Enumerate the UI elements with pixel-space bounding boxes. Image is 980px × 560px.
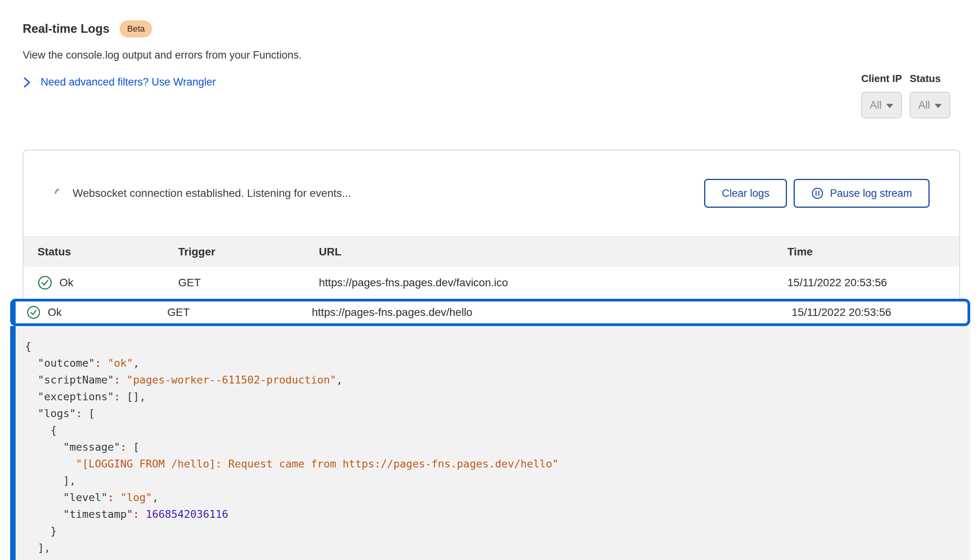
- check-circle-icon: [27, 305, 41, 319]
- log-trigger-value: GET: [178, 276, 319, 289]
- client-ip-filter-label: Client IP: [861, 73, 902, 85]
- log-table-row[interactable]: Ok GET https://pages-fns.pages.dev/favic…: [23, 267, 959, 299]
- log-detail-json-panel: { "outcome": "ok", "scriptName": "pages-…: [10, 326, 970, 560]
- beta-badge: Beta: [120, 20, 152, 37]
- selected-log-time-value: 15/11/2022 20:53:56: [792, 306, 967, 319]
- selected-log-url-value: https://pages-fns.pages.dev/hello: [312, 306, 792, 319]
- caret-down-icon: [935, 104, 942, 108]
- wrangler-link-label: Need advanced filters? Use Wrangler: [41, 76, 216, 88]
- log-filters: Client IP All Status All: [861, 73, 950, 118]
- client-ip-filter-value: All: [870, 99, 882, 111]
- column-header-status: Status: [38, 246, 178, 258]
- status-filter-label: Status: [910, 73, 950, 85]
- chevron-right-icon: [23, 77, 31, 88]
- page-header: Real-time Logs Beta View the console.log…: [23, 20, 302, 88]
- realtime-logs-panel: Websocket connection established. Listen…: [23, 150, 960, 299]
- column-header-url: URL: [319, 246, 787, 258]
- status-filter-value: All: [918, 99, 930, 111]
- log-time-value: 15/11/2022 20:53:56: [787, 276, 959, 289]
- clear-logs-button[interactable]: Clear logs: [704, 179, 787, 208]
- column-header-trigger: Trigger: [178, 246, 319, 258]
- status-filter-dropdown[interactable]: All: [910, 92, 950, 118]
- column-header-time: Time: [787, 246, 959, 258]
- selected-log-row[interactable]: Ok GET https://pages-fns.pages.dev/hello…: [10, 299, 970, 326]
- websocket-status-message: Websocket connection established. Listen…: [73, 187, 351, 200]
- page-subtitle: View the console.log output and errors f…: [23, 49, 302, 61]
- pause-icon: [811, 187, 824, 200]
- log-table-header: Status Trigger URL Time: [23, 236, 959, 267]
- selected-log-status-value: Ok: [48, 306, 62, 319]
- pause-log-stream-button-label: Pause log stream: [830, 187, 912, 200]
- clear-logs-button-label: Clear logs: [722, 187, 769, 200]
- spinner-icon: [53, 187, 66, 200]
- log-detail-json-code: { "outcome": "ok", "scriptName": "pages-…: [25, 338, 970, 556]
- wrangler-link[interactable]: Need advanced filters? Use Wrangler: [23, 76, 302, 88]
- check-circle-icon: [38, 275, 52, 290]
- selected-log-trigger-value: GET: [167, 306, 312, 319]
- expanded-log-block: Ok GET https://pages-fns.pages.dev/hello…: [10, 299, 970, 560]
- pause-log-stream-button[interactable]: Pause log stream: [794, 179, 930, 208]
- caret-down-icon: [886, 104, 893, 108]
- page-title: Real-time Logs: [23, 22, 109, 36]
- client-ip-filter-dropdown[interactable]: All: [861, 92, 902, 118]
- log-status-value: Ok: [59, 276, 73, 289]
- log-url-value: https://pages-fns.pages.dev/favicon.ico: [319, 276, 787, 289]
- log-toolbar: Websocket connection established. Listen…: [23, 150, 959, 236]
